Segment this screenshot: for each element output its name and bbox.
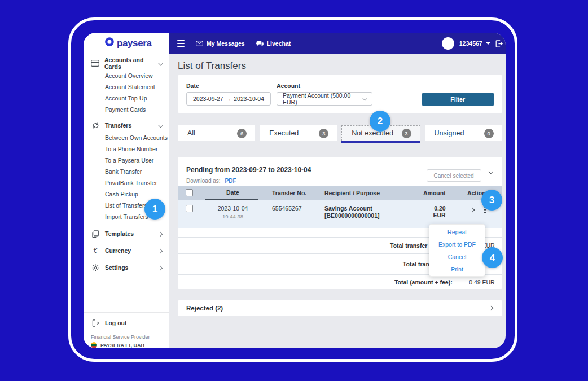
sidebar-item-label: Between Own Accounts [105,134,168,141]
sidebar-item-log-out[interactable]: Log out [84,316,169,330]
menu-item-repeat[interactable]: Repeat [429,226,485,238]
page-background: paysera Accounts and Cards Account Overv… [0,0,588,381]
livechat-link[interactable]: Livechat [256,40,291,47]
tab-all[interactable]: All 6 [178,125,255,141]
sidebar-item-settings[interactable]: Settings [84,261,169,274]
arrow-right-icon: → [226,95,232,102]
account-select[interactable]: Payment Account (500.00 EUR) [277,92,372,106]
callout-4: 4 [482,247,503,268]
lithuania-flag-icon [91,342,97,348]
sidebar-item-templates[interactable]: Templates [84,227,169,240]
sidebar-item-cash-pickup[interactable]: Cash Pickup [84,189,169,200]
user-menu[interactable]: 1234567 [459,40,490,47]
menu-item-print[interactable]: Print [429,263,485,275]
status-tabs: All 6 Executed 3 Not executed 3 Unsigned… [178,125,502,141]
paysera-logo-text: paysera [117,38,151,49]
total-value: 0.49 EUR [453,279,495,286]
topbar-logout-icon[interactable] [495,40,503,47]
row-amount: 0.20 EUR [423,205,454,218]
tab-label: Unsigned [435,129,464,137]
sidebar-item-privatbank-transfer[interactable]: PrivatBank Transfer [84,177,169,189]
sidebar-item-between-own-accounts[interactable]: Between Own Accounts [84,132,169,143]
expand-row-icon[interactable] [469,207,474,212]
date-to-value: 2023-10-04 [234,95,264,102]
chevron-right-icon [159,247,162,254]
content: List of Transfers Date 2023-09-27 → 2023… [169,54,506,348]
row-date: 2023-10-04 [218,205,248,212]
callout-1: 1 [144,199,165,220]
sidebar-item-account-top-up[interactable]: Account Top-Up [84,93,169,104]
row-transfer-no: 655465267 [265,205,324,212]
hamburger-menu-icon[interactable] [177,40,185,47]
tab-unsigned[interactable]: Unsigned 0 [425,125,502,141]
select-all-checkbox[interactable] [186,189,193,196]
chevron-down-icon [159,60,162,67]
paysera-logo[interactable]: paysera [84,33,169,54]
sidebar-item-currency[interactable]: € Currency [84,244,169,257]
row-recipient-account: [BE0000000000001] [324,212,423,219]
count-badge: 6 [237,129,247,138]
count-badge: 3 [319,129,328,138]
sidebar-item-label: Account Statement [105,84,155,90]
sidebar-item-to-a-phone-number[interactable]: To a Phone Number [84,143,169,155]
cancel-selected-button[interactable]: Cancel selected [427,169,481,182]
gear-icon [91,264,100,271]
tab-executed[interactable]: Executed 3 [260,125,337,141]
sidebar: paysera Accounts and Cards Account Overv… [84,33,169,348]
column-recipient: Recipient / Purpose [324,190,423,196]
tab-label: Executed [269,129,299,137]
row-actions-menu: Repeat Export to PDF Cancel Print [429,224,485,277]
sidebar-item-label: Currency [105,247,131,254]
sidebar-item-label: Transfers [105,122,131,129]
callout-2: 2 [370,111,390,132]
column-transfer-no: Transfer No. [265,190,324,196]
filter-button[interactable]: Filter [422,93,494,106]
date-range-input[interactable]: 2023-09-27 → 2023-10-04 [186,92,271,106]
rejected-panel[interactable]: Rejected (2) [178,300,502,316]
sidebar-item-label: To a Paysera User [105,157,153,164]
sidebar-item-label: Settings [105,264,128,271]
card-icon [91,60,99,67]
account-label: Account [277,82,372,89]
sidebar-item-bank-transfer[interactable]: Bank Transfer [84,166,169,177]
download-pdf-link[interactable]: PDF [225,178,236,184]
collapse-section-icon[interactable] [489,166,492,176]
sidebar-item-accounts-and-cards[interactable]: Accounts and Cards [84,56,169,70]
caret-down-icon [486,42,490,45]
sidebar-item-account-overview[interactable]: Account Overview [84,70,169,81]
row-checkbox[interactable] [186,205,193,212]
download-as-label: Download as: [186,178,221,184]
sidebar-item-label: Cash Pickup [105,191,138,198]
menu-item-export-to-pdf[interactable]: Export to PDF [429,238,485,251]
topbar: My Messages Livechat 1234567 [169,33,506,54]
avatar[interactable] [442,37,454,50]
count-badge: 3 [402,129,411,138]
sidebar-item-payment-cards[interactable]: Payment Cards [84,104,169,115]
sidebar-divider [84,312,169,313]
tab-label: All [187,129,195,137]
sidebar-item-label: PrivatBank Transfer [105,179,157,186]
my-messages-label: My Messages [207,40,245,47]
table-header: Date Transfer No. Recipient / Purpose Am… [178,186,502,200]
sidebar-item-account-statement[interactable]: Account Statement [84,81,169,93]
pending-title: Pending from 2023-09-27 to 2023-10-04 [186,166,311,174]
sidebar-item-transfers[interactable]: Transfers [84,119,169,132]
my-messages-link[interactable]: My Messages [196,40,245,47]
count-badge: 0 [484,129,494,138]
sidebar-item-label: Templates [105,230,134,237]
user-id: 1234567 [459,40,482,47]
copy-icon [91,230,100,238]
provider-name: PAYSERA LT, UAB [100,343,144,348]
chevron-down-icon [363,96,367,100]
sidebar-item-label: List of Transfers [105,202,147,209]
transfer-arrows-icon [91,122,100,129]
rejected-label: Rejected (2) [186,305,223,312]
sidebar-nav: Accounts and Cards Account Overview Acco… [84,54,169,308]
column-date[interactable]: Date [200,186,265,200]
sidebar-item-label: Bank Transfer [105,168,142,175]
column-amount: Amount [423,190,454,196]
sidebar-item-to-a-paysera-user[interactable]: To a Paysera User [84,155,169,166]
chevron-right-icon [159,230,162,237]
main-area: My Messages Livechat 1234567 [169,33,506,348]
menu-item-cancel[interactable]: Cancel [429,251,485,263]
